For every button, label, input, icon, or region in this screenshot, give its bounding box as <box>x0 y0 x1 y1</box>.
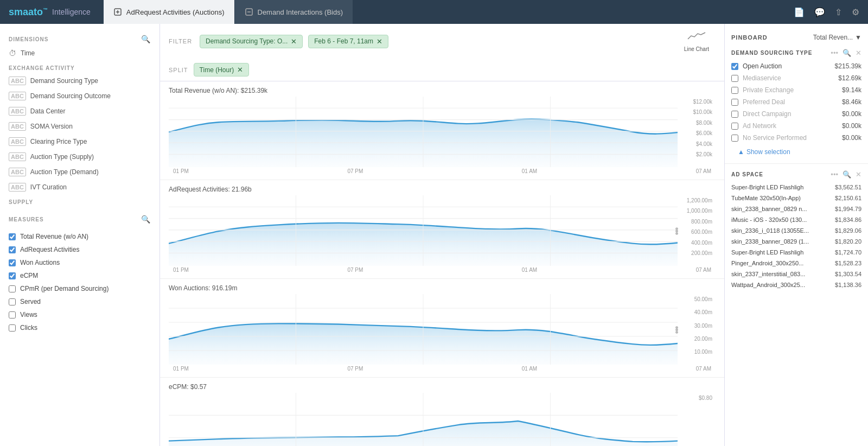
sidebar-auction-type-supply[interactable]: ABC Auction Type (Supply) <box>0 149 159 164</box>
ad-space-row-9: Wattpad_Android_300x25... $1,138.36 <box>731 279 861 290</box>
chart-wonauctions-ylabels: 50.00m 40.00m 30.00m 20.00m 10.00m <box>678 294 716 365</box>
tab-demand[interactable]: Demand Interactions (Bids) <box>235 0 354 24</box>
measure-total-revenue[interactable]: Total Revenue (w/o AN) <box>0 230 159 243</box>
demand-search-icon[interactable]: 🔍 <box>843 49 851 57</box>
sidebar-clearing-price-type[interactable]: ABC Clearing Price Type <box>0 134 159 149</box>
exchange-activity-header: EXCHANGE ACTIVITY <box>0 61 159 73</box>
chart-revenue-block: Total Revenue (w/o AN): $215.39k <box>160 81 724 180</box>
demand-mediaservice-checkbox[interactable] <box>731 75 738 82</box>
chart-adrequest-container: ••• 1,200.00m 1,000.00m 800.00m 600.00m … <box>169 195 716 266</box>
demand-private-exchange-checkbox[interactable] <box>731 87 738 94</box>
split-label: SPLIT <box>169 67 188 73</box>
split-chip-close[interactable]: ✕ <box>237 66 243 74</box>
sidebar-demand-sourcing-type[interactable]: ABC Demand Sourcing Type <box>0 73 159 88</box>
nav-actions: 📄 💬 ⇧ ⚙ <box>794 7 859 17</box>
filter-chip-demand-close[interactable]: ✕ <box>291 37 297 46</box>
sidebar-soma-version[interactable]: ABC SOMA Version <box>0 119 159 134</box>
chart-wonauctions-title: Won Auctions: 916.19m <box>169 284 716 292</box>
measure-ecpm[interactable]: eCPM <box>0 269 159 282</box>
dimensions-search-icon[interactable]: 🔍 <box>141 35 151 43</box>
measures-search-icon[interactable]: 🔍 <box>141 215 151 224</box>
pinboard-select[interactable]: Total Reven... ▼ <box>813 34 861 41</box>
ad-space-row-7: Pinger_Android_300x250... $1,528.23 <box>731 258 861 269</box>
ad-space-row-2: skin_2338_banner_0829 n... $1,994.79 <box>731 203 861 214</box>
chat-icon[interactable]: 💬 <box>814 7 825 17</box>
tab-adrequest[interactable]: AdRequest Activities (Auctions) <box>104 0 235 24</box>
measure-total-revenue-checkbox[interactable] <box>9 233 16 240</box>
measure-served[interactable]: Served <box>0 295 159 308</box>
demand-ad-network-checkbox[interactable] <box>731 123 738 130</box>
abc-icon: ABC <box>9 92 26 100</box>
demand-close-icon[interactable]: ✕ <box>856 49 861 57</box>
top-nav: smaato™ Intelligence AdRequest Activitie… <box>0 0 868 24</box>
abc-icon: ABC <box>9 77 26 85</box>
ad-space-actions: ••• 🔍 ✕ <box>831 170 861 179</box>
demand-icon <box>245 8 253 16</box>
demand-sourcing-section: DEMAND SOURCING TYPE ••• 🔍 ✕ Open Auctio… <box>725 44 868 160</box>
filter-chip-date[interactable]: Feb 6 - Feb 7, 11am ✕ <box>308 35 388 48</box>
measure-clicks[interactable]: Clicks <box>0 321 159 334</box>
chart-adrequest-title: AdRequest Activities: 21.96b <box>169 186 716 193</box>
ad-space-row-1: TubeMate 320x50(In-App) $2,150.61 <box>731 193 861 203</box>
measures-header: MEASURES 🔍 <box>0 211 159 226</box>
measure-ecpm-checkbox[interactable] <box>9 272 16 279</box>
measure-views-checkbox[interactable] <box>9 311 16 318</box>
chart-adrequest-block: AdRequest Activities: 21.96b <box>160 180 724 279</box>
chevron-down-icon: ▼ <box>855 34 861 41</box>
sidebar-auction-type-demand[interactable]: ABC Auction Type (Demand) <box>0 164 159 180</box>
adrequest-icon <box>113 8 122 16</box>
demand-row-direct-campaign: Direct Campaign $0.00k <box>731 108 861 120</box>
demand-direct-campaign-checkbox[interactable] <box>731 111 738 118</box>
ad-space-search-icon[interactable]: 🔍 <box>843 170 851 179</box>
ad-space-more-icon[interactable]: ••• <box>831 170 838 179</box>
chart-revenue-xlabels: 01 PM 07 PM 01 AM 07 AM <box>169 167 716 177</box>
ad-space-close-icon[interactable]: ✕ <box>856 170 861 179</box>
sidebar-time[interactable]: ⏱ Time <box>0 46 159 61</box>
pinboard-title: PINBOARD <box>731 34 768 41</box>
measure-won-auctions[interactable]: Won Auctions <box>0 256 159 269</box>
split-chip[interactable]: Time (Hour) ✕ <box>194 63 250 77</box>
filter-bar: FILTER Demand Sourcing Type: O... ✕ Feb … <box>160 24 724 81</box>
sidebar-demand-sourcing-outcome[interactable]: ABC Demand Sourcing Outcome <box>0 88 159 104</box>
demand-preferred-deal-checkbox[interactable] <box>731 99 738 106</box>
chart-ecpm-container: $0.80 $0.60 <box>169 393 716 446</box>
chart-adrequest-xlabels: 01 PM 07 PM 01 AM 07 AM <box>169 266 716 276</box>
sidebar-data-center[interactable]: ABC Data Center <box>0 104 159 119</box>
chart-adrequest-svg <box>169 195 678 266</box>
chart-adrequest-dots[interactable]: ••• <box>671 227 682 234</box>
settings-icon[interactable]: ⚙ <box>852 7 859 17</box>
sidebar-ivt-curation[interactable]: ABC IVT Curation <box>0 180 159 195</box>
chart-ecpm-block: eCPM: $0.57 <box>160 378 724 446</box>
chart-wonauctions-svg <box>169 294 678 365</box>
demand-open-auction-checkbox[interactable] <box>731 63 738 70</box>
show-selection-button[interactable]: ▲ Show selection <box>731 144 861 160</box>
demand-more-icon[interactable]: ••• <box>831 49 838 57</box>
chart-wonauctions-block: Won Auctions: 916.19m <box>160 279 724 378</box>
demand-row-no-service: No Service Performed $0.00k <box>731 132 861 144</box>
logo: smaato™ <box>9 7 48 18</box>
demand-no-service-checkbox[interactable] <box>731 135 738 142</box>
demand-row-preferred-deal: Preferred Deal $8.46k <box>731 96 861 108</box>
abc-icon: ABC <box>9 183 26 192</box>
ad-space-row-8: skin_2337_interstitial_083... $1,303.54 <box>731 269 861 279</box>
doc-icon[interactable]: 📄 <box>794 7 805 17</box>
filter-chip-date-close[interactable]: ✕ <box>376 37 382 46</box>
measure-adrequest[interactable]: AdRequest Activities <box>0 243 159 256</box>
measure-won-auctions-checkbox[interactable] <box>9 259 16 266</box>
measure-cpmr-checkbox[interactable] <box>9 285 16 292</box>
demand-row-mediaservice: Mediaservice $12.69k <box>731 72 861 84</box>
measure-views[interactable]: Views <box>0 308 159 321</box>
share-icon[interactable]: ⇧ <box>835 7 842 17</box>
demand-row-ad-network: Ad Network $0.00k <box>731 120 861 132</box>
filter-chip-demand[interactable]: Demand Sourcing Type: O... ✕ <box>200 35 303 48</box>
measure-cpmr[interactable]: CPmR (per Demand Sourcing) <box>0 282 159 295</box>
demand-row-private-exchange: Private Exchange $9.14k <box>731 84 861 96</box>
chart-wonauctions-dots[interactable]: ••• <box>671 326 682 333</box>
line-chart-icon <box>687 30 706 45</box>
measure-clicks-checkbox[interactable] <box>9 324 16 332</box>
measure-served-checkbox[interactable] <box>9 298 16 305</box>
nav-title: Intelligence <box>52 8 91 16</box>
line-chart-button[interactable]: Line Chart <box>678 28 716 54</box>
chart-adrequest-ylabels: 1,200.00m 1,000.00m 800.00m 600.00m 400.… <box>678 195 716 266</box>
measure-adrequest-checkbox[interactable] <box>9 246 16 253</box>
